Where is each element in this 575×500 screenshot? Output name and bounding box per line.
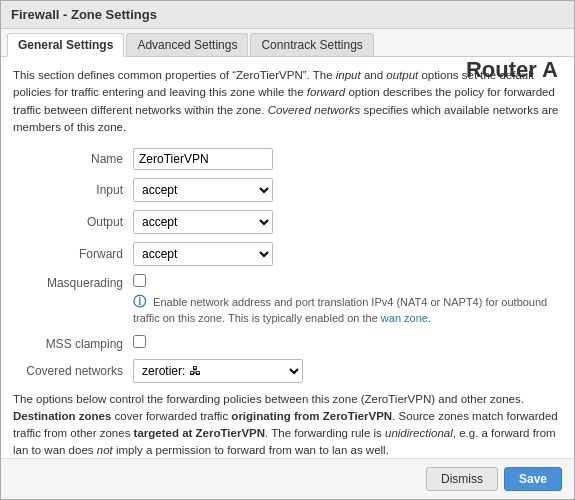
tab-general-settings[interactable]: General Settings	[7, 33, 124, 57]
tab-content: Router A This section defines common pro…	[1, 57, 574, 458]
forward-label: Forward	[13, 247, 133, 261]
wan-zone-link[interactable]: wan zone	[381, 312, 428, 324]
forward-row: Forward accept drop reject	[13, 242, 562, 266]
input-label: Input	[13, 183, 133, 197]
save-button[interactable]: Save	[504, 467, 562, 491]
mss-content	[133, 335, 562, 351]
window-title: Firewall - Zone Settings	[1, 1, 574, 29]
forward-select[interactable]: accept drop reject	[133, 242, 273, 266]
name-control	[133, 148, 562, 170]
output-control: accept drop reject	[133, 210, 562, 234]
covered-select[interactable]: zerotier: 🖧	[133, 359, 303, 383]
name-input[interactable]	[133, 148, 273, 170]
output-select[interactable]: accept drop reject	[133, 210, 273, 234]
masquerading-help: ⓘ Enable network address and port transl…	[133, 293, 562, 327]
input-select[interactable]: accept drop reject	[133, 178, 273, 202]
forward-control: accept drop reject	[133, 242, 562, 266]
tab-advanced-settings[interactable]: Advanced Settings	[126, 33, 248, 56]
footer: Dismiss Save	[1, 458, 574, 499]
tab-bar: General Settings Advanced Settings Connt…	[1, 29, 574, 57]
covered-label: Covered networks	[13, 364, 133, 378]
mss-label: MSS clamping	[13, 335, 133, 351]
info-icon: ⓘ	[133, 294, 146, 309]
name-label: Name	[13, 152, 133, 166]
dismiss-button[interactable]: Dismiss	[426, 467, 498, 491]
masquerading-label: Masquerading	[13, 274, 133, 290]
mss-row: MSS clamping	[13, 335, 562, 351]
mss-checkbox[interactable]	[133, 335, 146, 348]
covered-control: zerotier: 🖧	[133, 359, 303, 383]
name-row: Name	[13, 148, 562, 170]
masquerading-checkbox[interactable]	[133, 274, 146, 287]
masquerading-row: Masquerading ⓘ Enable network address an…	[13, 274, 562, 327]
forwarding-description: The options below control the forwarding…	[13, 391, 562, 458]
output-row: Output accept drop reject	[13, 210, 562, 234]
input-row: Input accept drop reject	[13, 178, 562, 202]
tab-conntrack-settings[interactable]: Conntrack Settings	[250, 33, 373, 56]
masquerading-content: ⓘ Enable network address and port transl…	[133, 274, 562, 327]
output-label: Output	[13, 215, 133, 229]
covered-row: Covered networks zerotier: 🖧	[13, 359, 562, 383]
firewall-zone-settings-window: Firewall - Zone Settings General Setting…	[0, 0, 575, 500]
router-label: Router A	[466, 57, 558, 83]
input-control: accept drop reject	[133, 178, 562, 202]
